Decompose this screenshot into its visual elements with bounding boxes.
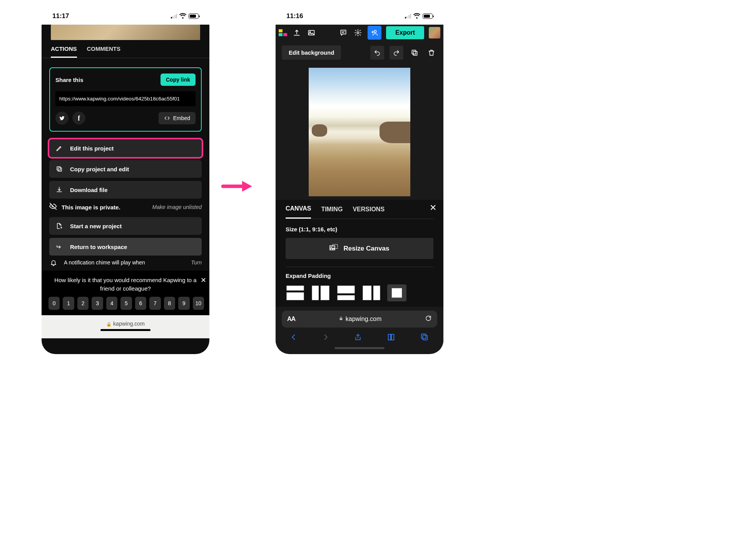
- panel-close-icon[interactable]: ✕: [430, 203, 436, 213]
- survey-opt[interactable]: 6: [135, 297, 146, 310]
- survey-opt[interactable]: 9: [178, 297, 189, 310]
- kapwing-logo[interactable]: [279, 29, 287, 36]
- survey-opt[interactable]: 0: [48, 297, 60, 310]
- image-icon[interactable]: [306, 28, 316, 38]
- phone-right-screenshot: 11:16: [276, 8, 443, 354]
- cellular-signal-icon: [171, 14, 177, 18]
- close-icon[interactable]: ✕: [201, 276, 206, 284]
- tabs: ACTIONS COMMENTS: [42, 40, 209, 58]
- svg-rect-9: [412, 50, 416, 54]
- copy-link-button[interactable]: Copy link: [161, 74, 196, 86]
- new-project-button[interactable]: Start a new project: [49, 217, 202, 235]
- home-indicator[interactable]: [100, 329, 150, 331]
- share-url[interactable]: https://www.kapwing.com/videos/6425b18c6…: [55, 91, 196, 106]
- pad-all[interactable]: [387, 284, 406, 301]
- url-text: kapwing.com: [346, 316, 381, 323]
- survey-bar: ✕ How likely is it that you would recomm…: [42, 271, 209, 315]
- embed-button[interactable]: Embed: [159, 112, 196, 124]
- tab-comments[interactable]: COMMENTS: [87, 45, 121, 58]
- new-file-icon: [55, 222, 63, 229]
- safari-nav: [282, 328, 437, 346]
- trash-icon[interactable]: [426, 49, 437, 57]
- duplicate-icon[interactable]: [409, 49, 420, 57]
- copy-project-button[interactable]: Copy project and edit: [49, 160, 202, 178]
- survey-opt[interactable]: 7: [149, 297, 161, 310]
- back-icon[interactable]: [290, 333, 297, 343]
- status-icons: [405, 13, 433, 20]
- survey-opt[interactable]: 8: [164, 297, 175, 310]
- make-unlisted-link[interactable]: Make image unlisted: [152, 204, 202, 210]
- redo-button[interactable]: [390, 46, 403, 60]
- pad-bottom[interactable]: [336, 284, 356, 301]
- download-button[interactable]: Download file: [49, 181, 202, 199]
- pad-top[interactable]: [286, 284, 305, 301]
- bookmarks-icon[interactable]: [387, 333, 395, 343]
- status-icons: [171, 13, 199, 20]
- twitter-icon[interactable]: [55, 112, 69, 125]
- svg-rect-17: [338, 286, 355, 293]
- return-label: Return to workspace: [70, 244, 127, 250]
- tab-actions[interactable]: ACTIONS: [51, 45, 77, 58]
- home-indicator[interactable]: [334, 347, 385, 349]
- survey-question: How likely is it that you would recommen…: [47, 276, 204, 297]
- share-icon[interactable]: [354, 333, 362, 343]
- canvas-image: [309, 68, 410, 196]
- undo-button[interactable]: [370, 46, 384, 60]
- pad-right[interactable]: [362, 284, 381, 301]
- action-list: Edit this project Copy project and edit …: [49, 139, 202, 199]
- comment-icon[interactable]: [338, 28, 348, 38]
- svg-point-7: [374, 30, 376, 33]
- canvas-area[interactable]: [276, 64, 443, 200]
- share-title: Share this: [55, 77, 84, 83]
- forward-icon[interactable]: [322, 333, 329, 343]
- svg-rect-18: [338, 295, 355, 300]
- reload-icon[interactable]: [425, 315, 432, 323]
- edit-background-button[interactable]: Edit background: [282, 45, 341, 60]
- svg-rect-8: [413, 51, 417, 55]
- survey-opt[interactable]: 3: [92, 297, 103, 310]
- cellular-signal-icon: [405, 14, 411, 18]
- status-time: 11:17: [52, 12, 69, 20]
- edit-project-button[interactable]: Edit this project: [49, 139, 202, 157]
- upload-icon[interactable]: [292, 28, 302, 38]
- download-label: Download file: [70, 187, 108, 193]
- tab-versions[interactable]: VERSIONS: [353, 201, 385, 218]
- turn-link[interactable]: Turn: [191, 259, 202, 266]
- survey-opt[interactable]: 2: [77, 297, 89, 310]
- tab-canvas[interactable]: CANVAS: [286, 200, 311, 219]
- copy-icon: [55, 165, 63, 172]
- new-project-label: Start a new project: [70, 223, 122, 229]
- pencil-icon: [55, 145, 63, 152]
- notification-row: A notification chime will play when Turn: [42, 256, 209, 267]
- survey-opt[interactable]: 4: [106, 297, 117, 310]
- avatar[interactable]: [429, 27, 440, 38]
- tab-timing[interactable]: TIMING: [321, 201, 343, 218]
- svg-rect-16: [321, 286, 329, 300]
- survey-opt[interactable]: 1: [63, 297, 74, 310]
- facebook-icon[interactable]: f: [72, 112, 85, 125]
- svg-rect-23: [423, 335, 427, 340]
- text-size-button[interactable]: AA: [287, 316, 295, 323]
- bottom-panel: CANVAS TIMING VERSIONS ✕ Size (1:1, 9:16…: [276, 200, 443, 307]
- url-field[interactable]: AA kapwing.com: [282, 311, 437, 328]
- battery-icon: [189, 13, 199, 19]
- share-card: Share this Copy link https://www.kapwing…: [49, 67, 202, 132]
- svg-rect-22: [339, 318, 342, 320]
- invite-button[interactable]: [368, 26, 381, 40]
- svg-rect-19: [363, 286, 372, 300]
- export-button[interactable]: Export: [386, 26, 424, 39]
- browser-chrome: 🔒 kapwing.com: [42, 315, 209, 338]
- video-thumbnail: [51, 25, 200, 40]
- return-arrow-icon: [55, 243, 63, 250]
- survey-opt[interactable]: 5: [120, 297, 132, 310]
- status-bar: 11:16: [276, 8, 443, 25]
- resize-label: Resize Canvas: [343, 245, 389, 252]
- return-workspace-button[interactable]: Return to workspace: [49, 238, 202, 256]
- survey-opt[interactable]: 10: [193, 297, 204, 310]
- eye-off-icon: [49, 202, 57, 212]
- pad-left[interactable]: [311, 284, 330, 301]
- tabs-icon[interactable]: [420, 333, 429, 343]
- svg-rect-1: [57, 167, 60, 170]
- resize-canvas-button[interactable]: Resize Canvas: [286, 238, 433, 259]
- settings-icon[interactable]: [353, 28, 363, 38]
